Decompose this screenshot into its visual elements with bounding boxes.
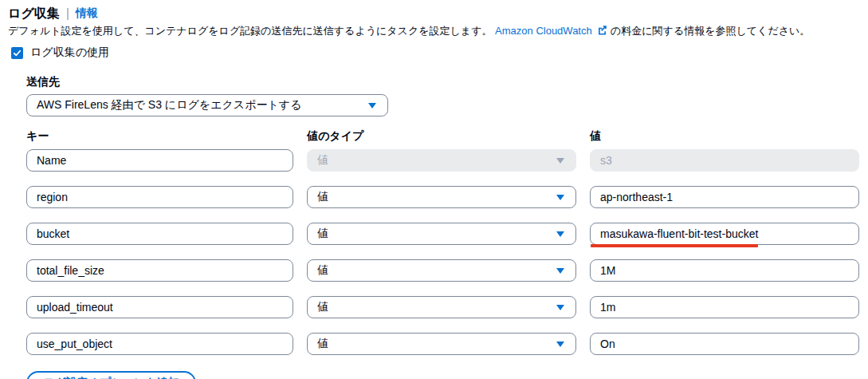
options-table-headers: キー 値のタイプ 値 [26,129,868,144]
section-header: ログ収集 情報 [8,6,868,21]
key-input[interactable] [26,223,293,245]
log-collection-section: ログ収集 情報 デフォルト設定を使用して、コンテナログをログ記録の送信先に送信す… [0,0,868,379]
key-input[interactable] [26,149,293,172]
use-log-collection-row: ログ収集の使用 [11,45,868,60]
value-type-selected: 値 [317,153,328,168]
value-input[interactable] [590,296,859,318]
options-table-rows: 値 値 [26,149,868,355]
value-type-selected: 値 [317,190,328,204]
value-input[interactable] [590,333,859,355]
destination-label: 送信先 [26,75,868,89]
chevron-down-icon [556,341,564,347]
value-type-select[interactable]: 値 [307,186,576,208]
cloudwatch-link[interactable]: Amazon CloudWatch [495,25,592,37]
column-header-type: 値のタイプ [307,129,576,144]
value-type-select[interactable]: 値 [307,296,576,318]
chevron-down-icon [556,268,564,274]
info-link[interactable]: 情報 [76,6,98,21]
table-row: 値 [26,259,868,282]
value-type-select[interactable]: 値 [307,333,576,355]
title-divider [67,8,69,20]
value-type-select[interactable]: 値 [307,259,576,282]
value-type-selected: 値 [317,300,328,314]
destination-select[interactable]: AWS FireLens 経由で S3 にログをエクスポートする [26,94,388,116]
table-row: 値 [26,149,868,172]
section-description: デフォルト設定を使用して、コンテナログをログ記録の送信先に送信するようにタスクを… [8,25,868,38]
table-row: 値 [26,333,868,355]
value-type-select: 値 [307,149,576,172]
table-row: 値 [26,186,868,208]
destination-selected-option: AWS FireLens 経由で S3 にログをエクスポートする [37,98,301,113]
key-input[interactable] [26,333,293,355]
column-header-key: キー [26,129,293,144]
table-row: 値 [26,223,868,245]
use-log-collection-checkbox[interactable] [11,47,23,59]
value-type-selected: 値 [317,263,328,278]
value-input[interactable] [590,186,859,208]
chevron-down-icon [556,158,564,164]
description-text-after: の料金に関する情報を参照してください。 [611,25,810,37]
description-text-before: デフォルト設定を使用して、コンテナログをログ記録の送信先に送信するようにタスクを… [8,25,492,37]
check-icon [13,49,22,57]
log-collection-form: 送信先 AWS FireLens 経由で S3 にログをエクスポートする キー … [26,75,868,379]
value-type-selected: 値 [317,227,328,241]
value-input[interactable] [590,223,859,245]
section-title: ログ収集 [8,6,60,22]
chevron-down-icon [556,305,564,310]
external-link-icon[interactable] [597,25,607,38]
value-input [590,149,859,172]
chevron-down-icon [556,231,564,237]
column-header-value: 値 [590,129,859,144]
add-log-option-button[interactable]: ログ設定オプションを追加 [26,371,196,379]
key-input[interactable] [26,296,293,318]
chevron-down-icon [368,103,376,109]
table-row: 値 [26,296,868,318]
value-type-select[interactable]: 値 [307,223,576,245]
value-type-selected: 値 [317,337,328,351]
annotation-underline [591,244,758,247]
value-input[interactable] [590,259,859,282]
key-input[interactable] [26,186,293,208]
chevron-down-icon [556,195,564,200]
use-log-collection-label: ログ収集の使用 [30,45,109,60]
key-input[interactable] [26,259,293,282]
